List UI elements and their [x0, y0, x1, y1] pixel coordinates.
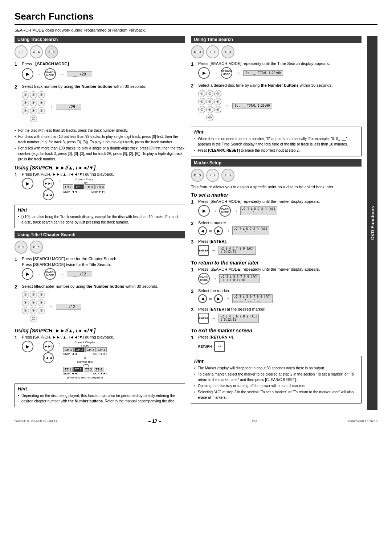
tc-num7: ⑦: [22, 307, 29, 314]
skip-title2: Using [SKIP/CH. ►►I/▲, I◄◄/▼]: [15, 328, 185, 333]
footer-left-text: DVC841G_E8A04UD.indd 17: [15, 419, 57, 423]
num5: ⑤: [30, 99, 37, 106]
return-marker-section: To return to the marker later 1 Press [S…: [191, 260, 362, 325]
sm-d2-bot: __ __ : __ : __: [234, 231, 268, 234]
nav-back-btn-rm: ◀: [198, 294, 207, 303]
display-step1: __ /29: [67, 71, 92, 77]
title-chapter-header: Using Title / Chapter Search: [15, 231, 185, 238]
rm-step3-display: ✓2 3 4 5 6 7 8 9 [AC] 1 0:12:01: [219, 314, 259, 323]
tr3: TR 3: [85, 184, 95, 189]
page-footer: DVC841G_E8A04UD.indd 17 – 17 – EN 2006/0…: [15, 416, 377, 424]
arrow-rm2: →: [225, 296, 230, 302]
arrow2: →: [59, 71, 64, 77]
arrow-tc3: →: [48, 304, 53, 310]
set-marker-section: To set a marker 1 Press [SEARCH MODE] re…: [191, 192, 362, 257]
sm-step3-display: ✓2 3 4 D 7 8 9 [AC] 1 0:12:01: [219, 246, 256, 255]
or-sm: or: [209, 229, 212, 233]
enter-btn-sm: ENTER: [198, 245, 209, 256]
track-search-media-icons: CD WMA DVD: [15, 45, 185, 58]
dvd-icon-ms2: DVD: [221, 169, 234, 182]
skipch-btn-back: I◄◄: [43, 189, 54, 200]
tr1: TR 1: [63, 184, 73, 189]
nav-fwd-btn: ▶: [214, 226, 223, 235]
sm-d2-top: ✓2 3 4 D 7 8 9 [AC]: [234, 228, 268, 231]
em-step1: 1 Press [RETURN ↵]. RETURN ↵: [191, 335, 362, 353]
marker-setup-section: Marker Setup DVD CD DVD This feature all…: [191, 159, 362, 189]
ts-num7: ⑦: [198, 106, 205, 113]
num2: ②: [30, 91, 37, 98]
rm-step2-display: ✓2 3 4 5 6 7 8 9 [AC] __ __ : __ : __: [232, 294, 273, 303]
left-column: Using Track Search CD WMA DVD 1 Press 【S…: [15, 36, 185, 410]
display-step2: __ /29: [56, 104, 81, 110]
sm-step3-num: 3: [191, 239, 196, 245]
ts-num6: ⑥: [214, 98, 221, 105]
em-step1-text: Press [RETURN ↵].: [198, 335, 362, 340]
arrow-skip2a: →: [36, 341, 41, 347]
arrow-tc1: →: [36, 271, 41, 277]
ch3: CH 3: [85, 347, 96, 352]
hint4-bullet4: Selecting "AC" at step 2 in the section …: [194, 389, 358, 400]
no-chapters: (If the disc has no chapters): [63, 376, 107, 379]
step1-diagram: ▶ → SEARCHMODE → __ /29: [22, 68, 185, 80]
skip-step1-content: Press [SKIP/CH. ►►I/▲, I◄◄/▼] during pla…: [22, 172, 185, 202]
hint2-box: Hint Depending on the disc being played,…: [15, 384, 185, 407]
return-btn-em: ↵: [214, 341, 225, 352]
tc-num9: ⑨: [38, 307, 45, 314]
hint3-title: Hint: [194, 129, 358, 135]
tc-num4: ④: [22, 299, 29, 306]
exit-marker-section: To exit the marker screen 1 Press [RETUR…: [191, 328, 362, 353]
sm-step1-content: Press [SEARCH MODE] repeatedly until the…: [198, 199, 362, 218]
ts-display1: 0:..__ TOTAL 1:29:00: [243, 70, 283, 76]
ch-skip-back: SKIP I◄◄: [63, 352, 77, 356]
sm-d3-bot: 1 0:12:01: [220, 250, 254, 254]
hint1-bullets: [+10] can also bring the Track search di…: [18, 214, 182, 225]
tc-step2: 2 Select title/chapter number by using t…: [15, 284, 185, 325]
tt2: TT 2: [73, 367, 83, 372]
time-search-header: Using Time Search: [191, 36, 362, 43]
num0: ⓪: [30, 115, 37, 122]
tt3: TT 3: [84, 367, 93, 372]
skip-fwd-label: SKIP ►►I: [91, 190, 105, 193]
skip2-step1-num: 1: [15, 335, 20, 340]
nav-back-btn: ◀: [198, 226, 207, 235]
marker-setup-header: Marker Setup: [191, 159, 362, 167]
bullet3: For discs with more than 100 tracks, to …: [15, 146, 185, 162]
tc-step1-text2: Press [SEARCH MODE] twice for the Title …: [22, 262, 185, 267]
hint4-title: Hint: [194, 358, 358, 364]
ts-num3: ③: [214, 90, 221, 97]
step2-num: 2: [15, 84, 20, 90]
right-column: Using Time Search DVD CD DVD 1 Press [SE…: [191, 36, 362, 410]
hint2-title: Hint: [18, 386, 182, 392]
ts-display2: 0:..__ TOTAL 1:29:00: [232, 103, 272, 108]
rm-step2-diagram: ◀ or ▶ → ✓2 3 4 5 6 7 8 9 [AC] __ __ : _…: [198, 294, 362, 303]
ch1: CH 1: [63, 347, 74, 352]
hint4-bullet2: To clear a marker, select the marker to …: [194, 372, 358, 382]
rm-d1-bot: TT 1 1 0:12:01: [221, 279, 258, 282]
cd-icon-ms: CD: [206, 169, 219, 182]
arrow3: →: [48, 104, 53, 110]
tc-step2-num: 2: [15, 284, 20, 290]
tc-step1-num: 1: [15, 257, 20, 262]
title-chapter-media-icons: DVD DVD: [15, 241, 185, 254]
arrow-skip2: →: [56, 178, 61, 184]
bullet1: For the disc with less than 10 tracks, p…: [15, 128, 185, 133]
footer-en: EN: [252, 419, 257, 423]
em-step1-num: 1: [191, 335, 196, 340]
hint3-bullets: When there is no need to enter a number,…: [194, 136, 358, 153]
rm-step3-diagram: ENTER → ✓2 3 4 5 6 7 8 9 [AC] 1 0:12:01: [198, 313, 362, 324]
ts-num9: ⑨: [214, 106, 221, 113]
ts-step1-text: Press [SEARCH MODE] repeatedly until the…: [198, 61, 362, 66]
skip2-step1-text: Press [SKIP/CH. ►►I/▲, I◄◄/▼] during pla…: [22, 335, 185, 339]
sm-d1-bot: __ __ : __ : __: [242, 211, 275, 214]
tt1: TT 1: [63, 367, 73, 372]
sm-step1: 1 Press [SEARCH MODE] repeatedly until t…: [191, 199, 362, 218]
hint2-bullets: Depending on the disc being played, this…: [18, 393, 182, 404]
hint1-title: Hint: [18, 207, 182, 213]
rm-step3: 3 Press [ENTER] at the desired marker. E…: [191, 307, 362, 325]
arrow-ts3: →: [224, 103, 229, 108]
tr2: TR 2: [74, 184, 84, 189]
ts-step1-num: 1: [191, 61, 196, 67]
bullet2: For discs with more than 10 but less tha…: [15, 134, 185, 145]
tc-step2-diagram: ① ② ③ ④ ⑤ ⑥ ⑦ ⑧ ⑨ ⓪ → __ /12: [22, 290, 185, 323]
arrow1: →: [36, 71, 41, 77]
